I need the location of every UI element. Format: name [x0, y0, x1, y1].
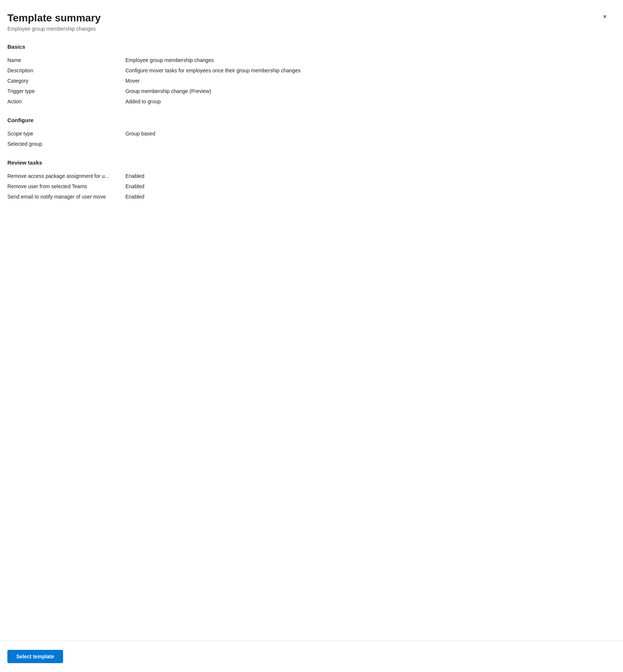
header-text-group: Template summary Employee group membersh…: [7, 12, 101, 32]
panel-header: Template summary Employee group membersh…: [7, 12, 608, 32]
basics-row-description: Description Configure mover tasks for em…: [7, 65, 608, 76]
review-tasks-label-send-email: Send email to notify manager of user mov…: [7, 194, 125, 200]
close-button[interactable]: ×: [601, 12, 608, 21]
review-tasks-section: Review tasks Remove access package assig…: [7, 159, 608, 202]
panel-footer: Select template: [0, 641, 623, 672]
basics-row-name: Name Employee group membership changes: [7, 55, 608, 65]
template-summary-panel: Template summary Employee group membersh…: [0, 0, 623, 672]
basics-value-description: Configure mover tasks for employees once…: [125, 68, 608, 73]
basics-label-description: Description: [7, 68, 125, 73]
panel-title: Template summary: [7, 12, 101, 24]
basics-section-title: Basics: [7, 44, 608, 50]
configure-label-scope-type: Scope type: [7, 131, 125, 137]
basics-value-action: Added to group: [125, 99, 608, 104]
configure-value-scope-type: Group based: [125, 131, 608, 137]
configure-section-title: Configure: [7, 117, 608, 123]
basics-label-action: Action: [7, 99, 125, 104]
panel-subtitle: Employee group membership changes: [7, 26, 101, 32]
review-tasks-row-remove-user-teams: Remove user from selected Teams Enabled: [7, 181, 608, 192]
configure-label-selected-group: Selected group: [7, 141, 125, 147]
review-tasks-value-remove-user-teams: Enabled: [125, 183, 608, 189]
review-tasks-row-send-email: Send email to notify manager of user mov…: [7, 192, 608, 202]
basics-value-trigger-type: Group membership change (Preview): [125, 88, 608, 94]
configure-row-selected-group: Selected group: [7, 139, 608, 149]
review-tasks-value-send-email: Enabled: [125, 194, 608, 200]
review-tasks-label-remove-user-teams: Remove user from selected Teams: [7, 183, 125, 189]
basics-label-category: Category: [7, 78, 125, 84]
basics-row-category: Category Mover: [7, 76, 608, 86]
review-tasks-label-remove-access: Remove access package assignment for u..…: [7, 173, 125, 179]
select-template-button[interactable]: Select template: [7, 650, 63, 663]
basics-label-trigger-type: Trigger type: [7, 88, 125, 94]
basics-value-category: Mover: [125, 78, 608, 84]
review-tasks-row-remove-access: Remove access package assignment for u..…: [7, 171, 608, 181]
configure-row-scope-type: Scope type Group based: [7, 128, 608, 139]
basics-value-name: Employee group membership changes: [125, 57, 608, 63]
basics-section: Basics Name Employee group membership ch…: [7, 44, 608, 107]
basics-row-trigger-type: Trigger type Group membership change (Pr…: [7, 86, 608, 96]
review-tasks-value-remove-access: Enabled: [125, 173, 608, 179]
configure-section: Configure Scope type Group based Selecte…: [7, 117, 608, 149]
basics-label-name: Name: [7, 57, 125, 63]
basics-row-action: Action Added to group: [7, 96, 608, 107]
review-tasks-section-title: Review tasks: [7, 159, 608, 166]
